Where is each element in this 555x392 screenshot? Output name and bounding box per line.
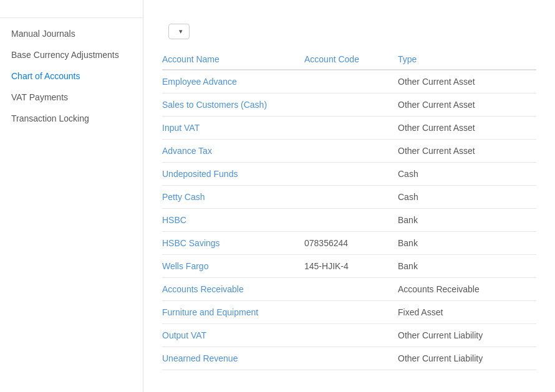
account-name[interactable]: Output VAT — [162, 324, 304, 347]
account-code — [304, 117, 398, 140]
account-name[interactable]: Input VAT — [162, 117, 304, 140]
table-row: Accounts ReceivableAccounts Receivable — [162, 278, 536, 301]
column-header-type: Type — [398, 49, 536, 70]
account-name[interactable]: Undeposited Funds — [162, 163, 304, 186]
table-row: HSBC Savings078356244Bank — [162, 232, 536, 255]
account-name[interactable]: Accounts Receivable — [162, 278, 304, 301]
sidebar-nav: Manual JournalsBase Currency Adjustments… — [0, 18, 143, 134]
account-code: 145-HJIK-4 — [304, 255, 398, 278]
account-type: Bank — [398, 209, 536, 232]
account-type: Other Current Asset — [398, 117, 536, 140]
account-code — [304, 93, 398, 117]
filter-bar: ▾ — [162, 24, 536, 39]
account-type: Bank — [398, 255, 536, 278]
account-type: Other Current Asset — [398, 93, 536, 117]
account-name[interactable]: Advance Tax — [162, 140, 304, 163]
account-type: Bank — [398, 232, 536, 255]
account-code — [304, 163, 398, 186]
account-code — [304, 324, 398, 347]
account-name[interactable]: Furniture and Equipment — [162, 301, 304, 324]
table-row: Input VATOther Current Asset — [162, 117, 536, 140]
sidebar-item-transaction-locking[interactable]: Transaction Locking — [0, 108, 143, 129]
account-code — [304, 70, 398, 93]
table-row: Advance TaxOther Current Asset — [162, 140, 536, 163]
table-row: HSBCBank — [162, 209, 536, 232]
sidebar-item-base-currency-adjustments[interactable]: Base Currency Adjustments — [0, 44, 143, 65]
table-row: Petty CashCash — [162, 186, 536, 209]
table-row: Wells Fargo145-HJIK-4Bank — [162, 255, 536, 278]
column-header-name: Account Name — [162, 49, 304, 70]
account-name[interactable]: Wells Fargo — [162, 255, 304, 278]
account-type: Cash — [398, 186, 536, 209]
account-code — [304, 209, 398, 232]
account-name[interactable]: HSBC — [162, 209, 304, 232]
main-content: ▾ Account Name Account Code Type Employe… — [143, 0, 555, 392]
account-type: Cash — [398, 163, 536, 186]
accounts-table: Account Name Account Code Type Employee … — [162, 49, 536, 370]
table-row: Sales to Customers (Cash)Other Current A… — [162, 93, 536, 117]
sidebar-item-chart-of-accounts[interactable]: Chart of Accounts — [0, 65, 143, 87]
account-type: Accounts Receivable — [398, 278, 536, 301]
account-type: Fixed Asset — [398, 301, 536, 324]
table-row: Unearned RevenueOther Current Liability — [162, 347, 536, 370]
sidebar-item-vat-payments[interactable]: VAT Payments — [0, 87, 143, 108]
chevron-down-icon: ▾ — [179, 27, 183, 36]
account-code — [304, 140, 398, 163]
table-row: Employee AdvanceOther Current Asset — [162, 70, 536, 93]
account-code — [304, 301, 398, 324]
filter-dropdown[interactable]: ▾ — [168, 24, 190, 39]
sidebar-title — [0, 0, 143, 18]
table-row: Undeposited FundsCash — [162, 163, 536, 186]
account-code — [304, 278, 398, 301]
account-type: Other Current Liability — [398, 324, 536, 347]
table-header-row: Account Name Account Code Type — [162, 49, 536, 70]
sidebar: Manual JournalsBase Currency Adjustments… — [0, 0, 143, 392]
account-code — [304, 186, 398, 209]
account-type: Other Current Liability — [398, 347, 536, 370]
account-type: Other Current Asset — [398, 70, 536, 93]
account-type: Other Current Asset — [398, 140, 536, 163]
account-name[interactable]: Petty Cash — [162, 186, 304, 209]
account-code: 078356244 — [304, 232, 398, 255]
account-name[interactable]: Unearned Revenue — [162, 347, 304, 370]
table-row: Furniture and EquipmentFixed Asset — [162, 301, 536, 324]
column-header-code: Account Code — [304, 49, 398, 70]
account-code — [304, 347, 398, 370]
account-name[interactable]: Sales to Customers (Cash) — [162, 93, 304, 117]
sidebar-item-manual-journals[interactable]: Manual Journals — [0, 23, 143, 44]
table-row: Output VATOther Current Liability — [162, 324, 536, 347]
account-name[interactable]: HSBC Savings — [162, 232, 304, 255]
account-name[interactable]: Employee Advance — [162, 70, 304, 93]
table-body: Employee AdvanceOther Current AssetSales… — [162, 70, 536, 370]
